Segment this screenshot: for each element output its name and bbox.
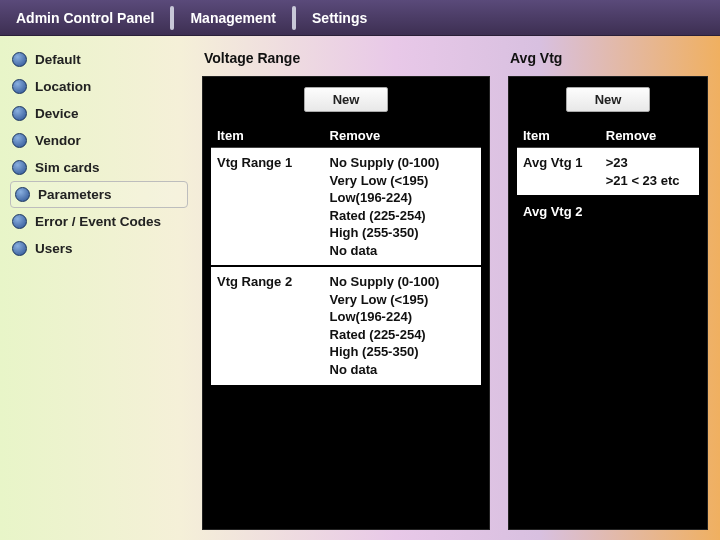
sidebar-item-default[interactable]: Default (10, 46, 188, 73)
sidebar: Default Location Device Vendor Sim cards… (0, 36, 198, 540)
panel-voltage-range: Voltage Range New Item Remove Vtg Range … (202, 46, 490, 530)
main-content: Voltage Range New Item Remove Vtg Range … (198, 36, 720, 540)
col-item: Item (211, 124, 324, 148)
cell-item: Avg Vtg 1 (517, 148, 600, 197)
sidebar-item-vendor[interactable]: Vendor (10, 127, 188, 154)
col-remove: Remove (600, 124, 699, 148)
title-bar: Admin Control Panel Management Settings (0, 0, 720, 36)
sidebar-item-users[interactable]: Users (10, 235, 188, 262)
bullet-icon (12, 214, 27, 229)
table-row[interactable]: Avg Vtg 2 (517, 196, 699, 227)
sidebar-item-label: Vendor (35, 133, 81, 148)
sidebar-item-parameters[interactable]: Parameters (10, 181, 188, 208)
bullet-icon (12, 52, 27, 67)
table-row[interactable]: Vtg Range 1 No Supply (0-100) Very Low (… (211, 148, 481, 267)
tab-management[interactable]: Management (174, 0, 292, 35)
bullet-icon (15, 187, 30, 202)
sidebar-item-label: Error / Event Codes (35, 214, 161, 229)
voltage-table: Item Remove Vtg Range 1 No Supply (0-100… (211, 124, 481, 387)
sidebar-item-sim-cards[interactable]: Sim cards (10, 154, 188, 181)
cell-item: Vtg Range 2 (211, 266, 324, 385)
sidebar-item-label: Default (35, 52, 81, 67)
panel-body: New Item Remove Vtg Range 1 No Supply (0… (202, 76, 490, 530)
sidebar-item-label: Location (35, 79, 91, 94)
table-row[interactable]: Vtg Range 2 No Supply (0-100) Very Low (… (211, 266, 481, 385)
bullet-icon (12, 79, 27, 94)
col-remove: Remove (324, 124, 481, 148)
bullet-icon (12, 106, 27, 121)
panel-title: Avg Vtg (508, 46, 708, 76)
cell-item: Avg Vtg 2 (517, 196, 600, 227)
cell-remove: No Supply (0-100) Very Low (<195) Low(19… (324, 266, 481, 385)
bullet-icon (12, 160, 27, 175)
sidebar-item-error-event-codes[interactable]: Error / Event Codes (10, 208, 188, 235)
cell-remove (600, 196, 699, 227)
panel-avg-vtg: Avg Vtg New Item Remove Avg Vtg 1 >23 >2… (508, 46, 708, 530)
sidebar-item-label: Sim cards (35, 160, 100, 175)
app-title: Admin Control Panel (0, 0, 170, 35)
table-row[interactable]: Avg Vtg 1 >23 >21 < 23 etc (517, 148, 699, 197)
col-item: Item (517, 124, 600, 148)
sidebar-item-label: Device (35, 106, 79, 121)
bullet-icon (12, 241, 27, 256)
panel-body: New Item Remove Avg Vtg 1 >23 >21 < 23 e… (508, 76, 708, 530)
new-button[interactable]: New (304, 87, 389, 112)
cell-item: Vtg Range 1 (211, 148, 324, 267)
tab-settings[interactable]: Settings (296, 0, 383, 35)
cell-remove: >23 >21 < 23 etc (600, 148, 699, 197)
sidebar-item-label: Users (35, 241, 73, 256)
new-button[interactable]: New (566, 87, 651, 112)
sidebar-item-location[interactable]: Location (10, 73, 188, 100)
avg-table: Item Remove Avg Vtg 1 >23 >21 < 23 etc A… (517, 124, 699, 227)
sidebar-item-device[interactable]: Device (10, 100, 188, 127)
bullet-icon (12, 133, 27, 148)
panel-title: Voltage Range (202, 46, 490, 76)
cell-remove: No Supply (0-100) Very Low (<195) Low(19… (324, 148, 481, 267)
sidebar-item-label: Parameters (38, 187, 112, 202)
